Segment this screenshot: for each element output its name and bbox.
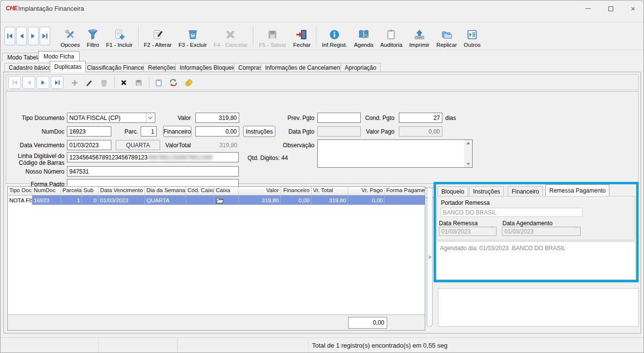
last-record-icon bbox=[42, 33, 48, 39]
linha-digitavel-label-line2: Código de Barras bbox=[8, 159, 64, 166]
cell-forma-pagamento[interactable] bbox=[385, 196, 425, 205]
grid-refresh-button[interactable] bbox=[169, 78, 177, 87]
statusbar-divider bbox=[308, 339, 309, 353]
auditoria-button[interactable]: Auditoria bbox=[377, 24, 406, 48]
tipo-documento-label: Tipo Documento bbox=[8, 115, 64, 121]
toolbar-separator bbox=[114, 77, 115, 88]
grid-coins-button[interactable] bbox=[185, 78, 193, 87]
toolbar-separator bbox=[138, 25, 139, 47]
grid-first-button[interactable] bbox=[8, 76, 21, 89]
cell-numdoc[interactable]: 16923 bbox=[32, 196, 61, 205]
tab-modo-ficha[interactable]: Modo Ficha bbox=[38, 51, 80, 61]
col-parcela[interactable]: Parcela bbox=[61, 187, 82, 196]
tab-remessa-pagamento[interactable]: Remessa Pagamento bbox=[545, 184, 609, 196]
cell-parcela[interactable]: 1 bbox=[61, 196, 82, 205]
valor-input[interactable]: 319,80 bbox=[195, 113, 239, 123]
numdoc-input[interactable]: 16923 bbox=[67, 126, 111, 137]
nosso-numero-input[interactable]: 947531 bbox=[67, 166, 239, 176]
opcoes-button[interactable]: Opcoes bbox=[57, 24, 83, 48]
agenda-button[interactable]: Agenda bbox=[351, 24, 377, 48]
cell-sub[interactable]: 0 bbox=[82, 196, 99, 205]
minimize-button[interactable] bbox=[577, 0, 599, 17]
col-forma-pagamento[interactable]: Forma Pagamen bbox=[385, 187, 425, 196]
scroll-up-icon[interactable] bbox=[466, 142, 470, 144]
fechar-button[interactable]: Fechar bbox=[290, 24, 314, 48]
observacao-textarea[interactable] bbox=[317, 139, 473, 168]
grid-add-button[interactable] bbox=[70, 78, 79, 87]
col-caixa[interactable]: Caixa bbox=[214, 187, 239, 196]
col-financeiro[interactable]: Financeiro bbox=[281, 187, 312, 196]
tools-icon bbox=[64, 29, 76, 40]
col-data-vencimento[interactable]: Data Vencimento bbox=[99, 187, 145, 196]
col-numdoc[interactable]: NumDoc bbox=[32, 187, 61, 196]
maximize-button[interactable] bbox=[600, 0, 622, 17]
open-folder-icon[interactable] bbox=[216, 197, 224, 203]
status-text: Total de 1 registro(s) encontrado(s) em … bbox=[312, 342, 447, 349]
col-vr-pago[interactable]: Vr. Pago bbox=[348, 187, 385, 196]
financeiro-button[interactable]: Financeiro bbox=[163, 126, 191, 137]
cell-vr-total[interactable]: 319,80 bbox=[312, 196, 348, 205]
close-button[interactable]: × bbox=[622, 0, 644, 17]
grid-previous-button[interactable] bbox=[22, 76, 35, 89]
tab-informacoes-cancelamento[interactable]: Informações de Cancelamento bbox=[261, 63, 349, 72]
window-title: Implantação Financeira bbox=[18, 5, 84, 12]
next-record-button[interactable] bbox=[28, 27, 39, 45]
col-sub[interactable]: Sub bbox=[82, 187, 99, 196]
tab-apropriacao[interactable]: Apropriação bbox=[340, 63, 381, 72]
f3-excluir-button[interactable]: F3 - Excluir bbox=[175, 24, 210, 48]
inf-regist-button[interactable]: Inf.Regist. bbox=[318, 24, 351, 48]
cell-tipo-doc[interactable]: NOTA FIS bbox=[8, 196, 32, 205]
last-record-button[interactable] bbox=[40, 27, 50, 45]
first-record-button[interactable] bbox=[4, 27, 15, 45]
tab-duplicatas[interactable]: Duplicatas bbox=[50, 61, 86, 72]
f5-salvar-button: F5 - Salvar bbox=[255, 24, 290, 48]
grid-edit-button[interactable] bbox=[85, 78, 93, 87]
financeiro-valor-input[interactable]: 0,00 bbox=[195, 126, 239, 137]
cell-cod-caixa[interactable] bbox=[186, 196, 214, 205]
plus-icon bbox=[71, 79, 78, 86]
tab-instrucoes[interactable]: Instruções bbox=[469, 186, 504, 196]
grid-next-button[interactable] bbox=[37, 76, 49, 89]
data-vencimento-input[interactable]: 01/03/2023 bbox=[67, 140, 111, 150]
cond-pgto-input[interactable]: 27 bbox=[399, 113, 442, 123]
cell-financeiro[interactable]: 0,00 bbox=[281, 196, 312, 205]
col-valor[interactable]: Valor bbox=[239, 187, 281, 196]
imprimir-button[interactable]: Imprimir bbox=[406, 24, 433, 48]
dias-label: dias bbox=[445, 115, 456, 121]
scroll-down-icon[interactable] bbox=[466, 163, 470, 165]
cell-vr-pago[interactable]: 0,00 bbox=[348, 196, 385, 205]
tab-financeiro[interactable]: Financeiro bbox=[508, 186, 543, 196]
first-record-icon bbox=[7, 33, 13, 39]
folders-icon bbox=[441, 29, 453, 40]
data-agendamento-label: Data Agendamento bbox=[502, 220, 553, 227]
outros-button[interactable]: Outros bbox=[460, 24, 484, 48]
f2-alterar-button[interactable]: F2 - Alterar bbox=[141, 24, 175, 48]
cell-valor[interactable]: 319,80 bbox=[239, 196, 281, 205]
previous-record-button[interactable] bbox=[16, 27, 27, 45]
filtro-button[interactable]: Filtro bbox=[83, 24, 103, 48]
linha-digitavel-input[interactable]: 123456456789123456789123 456789123456789… bbox=[67, 152, 239, 162]
parc-input[interactable]: 1 bbox=[141, 126, 157, 137]
grid-copy-button[interactable] bbox=[154, 78, 163, 87]
grid-row-selected[interactable]: NOTA FIS 16923 1 0 01/03/2023 QUARTA 319… bbox=[8, 196, 425, 205]
splitter-collapse-icon[interactable]: > bbox=[428, 255, 431, 260]
data-vencimento-label: Data Vencimento bbox=[8, 142, 64, 149]
cell-caixa[interactable] bbox=[214, 196, 239, 205]
f1-incluir-button[interactable]: F1 - Incluir bbox=[103, 24, 136, 48]
imprimir-label: Imprimir bbox=[409, 42, 430, 48]
grid-last-button[interactable] bbox=[51, 76, 63, 89]
tab-cadastro-basico[interactable]: Cadastro básico bbox=[4, 63, 56, 72]
tab-informacoes-bloqueio[interactable]: Informações Bloqueio bbox=[175, 63, 241, 72]
grid-total-value: 0,00 bbox=[348, 317, 387, 329]
grid-cancel-button[interactable] bbox=[120, 78, 128, 87]
cell-data-vencimento[interactable]: 01/03/2023 bbox=[99, 196, 145, 205]
col-cod-caixa[interactable]: Cód. Caixa bbox=[186, 187, 214, 196]
tab-bloqueio[interactable]: Bloqueio bbox=[437, 186, 468, 196]
replicar-button[interactable]: Replicar bbox=[433, 24, 460, 48]
panel-splitter[interactable]: > bbox=[427, 187, 433, 327]
observacao-scrollbar[interactable] bbox=[464, 140, 472, 167]
col-vr-total[interactable]: Vr. Total bbox=[312, 187, 348, 196]
col-dia-da-semana[interactable]: Dia da Semana bbox=[145, 187, 186, 196]
cell-dia-semana[interactable]: QUARTA bbox=[145, 196, 186, 205]
col-tipo-doc[interactable]: Tipo Doc. bbox=[8, 187, 32, 196]
